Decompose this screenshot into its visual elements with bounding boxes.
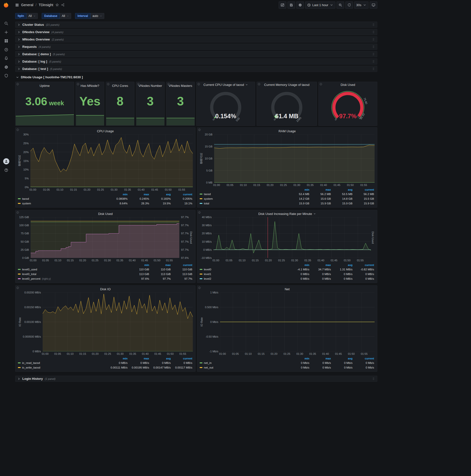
drag-handle-icon[interactable] xyxy=(372,67,375,70)
panel-title[interactable]: RAM Usage xyxy=(278,129,296,133)
sidebar-search-button[interactable] xyxy=(0,19,12,28)
row-database-log[interactable]: Database: [ log ](5 panels) xyxy=(15,58,377,65)
legend-series-name[interactable]: level0_used xyxy=(22,268,37,271)
panel-title[interactable]: VNodes Masters xyxy=(166,84,195,88)
drag-handle-icon[interactable] xyxy=(372,30,375,34)
legend-series-name[interactable]: level0_percent xyxy=(22,277,40,280)
legend-series-name[interactable]: io_write_taosd xyxy=(22,366,40,369)
variable-value-dropdown[interactable]: auto xyxy=(90,13,104,19)
panel-info-icon[interactable] xyxy=(16,211,19,214)
panel-info-icon[interactable] xyxy=(137,83,140,86)
panel-info-icon[interactable] xyxy=(16,83,19,86)
sidebar-create-button[interactable] xyxy=(0,28,12,36)
grafana-logo[interactable] xyxy=(0,0,12,10)
drag-handle-icon[interactable] xyxy=(372,60,375,63)
legend-series-name[interactable]: level2 xyxy=(204,277,211,280)
panel-title[interactable]: Net xyxy=(285,287,289,291)
legend-column-header[interactable]: max xyxy=(128,193,150,196)
drag-handle-icon[interactable] xyxy=(372,38,375,41)
breadcrumb-section[interactable]: General xyxy=(21,3,33,7)
drag-handle-icon[interactable] xyxy=(372,377,375,380)
sidebar-admin-button[interactable] xyxy=(0,71,12,80)
panel-info-icon[interactable] xyxy=(198,128,201,131)
plot-area[interactable] xyxy=(30,135,193,187)
panel-title[interactable]: Has MNode? xyxy=(76,84,104,88)
legend-column-header[interactable]: max xyxy=(150,264,171,267)
panel-menu-caret-icon[interactable] xyxy=(313,212,316,215)
legend-column-header[interactable]: current xyxy=(171,193,193,196)
legend-column-header[interactable]: min xyxy=(106,357,128,360)
legend-column-header[interactable]: avg xyxy=(150,357,171,360)
legend-column-header[interactable]: max xyxy=(128,357,150,360)
star-icon[interactable] xyxy=(55,3,59,7)
sidebar-alerting-button[interactable] xyxy=(0,54,12,62)
legend-series-name[interactable]: total xyxy=(204,202,209,205)
drag-handle-icon[interactable] xyxy=(372,23,375,26)
dashboard-settings-button[interactable] xyxy=(296,1,304,9)
legend-column-header[interactable]: max xyxy=(310,188,331,191)
time-range-picker[interactable]: Last 1 hour xyxy=(305,1,335,9)
legend-column-header[interactable]: current xyxy=(171,264,193,267)
sidebar-explore-button[interactable] xyxy=(0,45,12,54)
sidebar-configuration-button[interactable] xyxy=(0,63,12,71)
row-dnodes-overview[interactable]: DNodes Overview(4 panels) xyxy=(15,29,377,35)
breadcrumb-title[interactable]: TDinsight xyxy=(39,3,53,7)
legend-column-header[interactable]: avg xyxy=(331,264,353,267)
refresh-interval-picker[interactable]: 30s xyxy=(354,1,369,9)
row-mnodes-overview[interactable]: MNodes Overview(2 panels) xyxy=(15,36,377,42)
panel-title[interactable]: Current Memory Usage of taosd xyxy=(264,83,310,87)
panel-info-icon[interactable] xyxy=(198,286,201,289)
legend-column-header[interactable]: current xyxy=(353,188,375,191)
legend-column-header[interactable]: max xyxy=(310,357,331,360)
panel-info-icon[interactable] xyxy=(197,83,200,86)
legend-series-name[interactable]: io_read_taosd xyxy=(22,361,40,364)
plot-area[interactable] xyxy=(31,217,179,258)
legend-column-header[interactable]: avg xyxy=(331,357,353,360)
legend-series-name[interactable]: system xyxy=(204,197,213,200)
legend-series-name[interactable]: level0 xyxy=(204,268,211,271)
panel-info-icon[interactable] xyxy=(107,83,110,86)
panel-title[interactable]: VNodes Number xyxy=(136,84,164,88)
row-cluster-status[interactable]: Cluster Status(21 panels) xyxy=(15,22,377,28)
plot-area[interactable] xyxy=(220,292,375,351)
panel-title[interactable]: Uptime xyxy=(16,84,74,88)
sidebar-dashboards-button[interactable] xyxy=(0,36,12,45)
row-database-test[interactable]: Database: [ test ](5 panels) xyxy=(15,66,377,72)
legend-series-name[interactable]: net_out xyxy=(204,366,213,369)
panel-title[interactable]: Current CPU Usage of taosd xyxy=(203,83,244,87)
legend-column-header[interactable]: avg xyxy=(150,193,171,196)
sidebar-help-button[interactable] xyxy=(0,166,12,174)
panel-info-icon[interactable] xyxy=(16,286,19,289)
sidebar-user-avatar[interactable] xyxy=(0,157,12,165)
refresh-button[interactable] xyxy=(345,1,353,9)
legend-column-header[interactable]: min xyxy=(128,264,150,267)
panel-title[interactable]: Disk Used xyxy=(340,83,355,87)
legend-series-name[interactable]: system xyxy=(22,202,31,205)
legend-column-header[interactable]: min xyxy=(106,193,128,196)
cycle-view-button[interactable] xyxy=(370,1,377,9)
legend-column-header[interactable]: min xyxy=(288,357,310,360)
legend-column-header[interactable]: avg xyxy=(331,188,353,191)
legend-column-header[interactable]: current xyxy=(171,357,193,360)
plot-area[interactable] xyxy=(213,217,371,258)
legend-column-header[interactable]: current xyxy=(353,357,375,360)
row-requests[interactable]: Requests(4 panels) xyxy=(15,44,377,50)
panel-title[interactable]: Disk IO xyxy=(100,287,111,291)
share-icon[interactable] xyxy=(61,3,65,7)
row-database-demo[interactable]: Database: [ demo ](5 panels) xyxy=(15,51,377,57)
legend-column-header[interactable]: min xyxy=(288,188,310,191)
legend-column-header[interactable]: max xyxy=(310,264,331,267)
panel-info-icon[interactable] xyxy=(77,83,80,86)
zoom-out-button[interactable] xyxy=(336,1,344,9)
legend-series-name[interactable]: level0_total xyxy=(22,272,36,275)
variable-value-dropdown[interactable]: All xyxy=(27,13,38,19)
panel-info-icon[interactable] xyxy=(198,211,201,214)
add-panel-button[interactable] xyxy=(279,1,286,9)
legend-column-header[interactable]: current xyxy=(353,264,375,267)
panel-menu-caret-icon[interactable] xyxy=(245,84,248,86)
drag-handle-icon[interactable] xyxy=(372,45,375,48)
panel-title[interactable]: Disk Used Increasing Rate per Minute xyxy=(258,212,312,216)
legend-series-name[interactable]: taosd xyxy=(204,193,211,196)
drag-handle-icon[interactable] xyxy=(372,52,375,56)
legend-series-name[interactable]: net_in xyxy=(204,361,211,364)
